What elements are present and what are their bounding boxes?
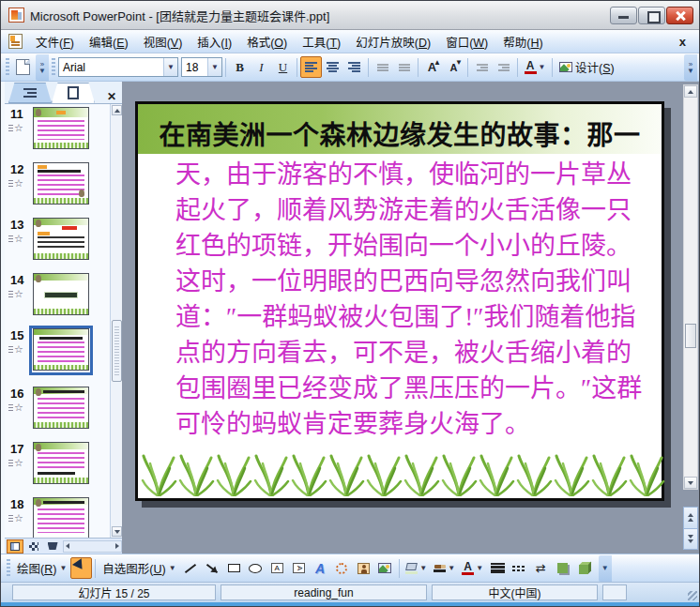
design-template-name[interactable]: reading_fun xyxy=(221,584,427,600)
scroll-left-icon[interactable] xyxy=(66,543,69,549)
scrollbar-thumb[interactable] xyxy=(112,320,122,382)
increase-font-size-button[interactable]: A▲ xyxy=(421,56,443,78)
chevron-down-icon[interactable]: ▼ xyxy=(207,58,221,76)
menu-window[interactable]: 窗口(W) xyxy=(438,30,495,53)
animation-star-icon[interactable]: ☆ xyxy=(8,233,23,245)
menu-edit[interactable]: 编辑(E) xyxy=(82,30,136,53)
design-button[interactable]: 设计(S) xyxy=(555,56,618,78)
shadow-style-button[interactable] xyxy=(552,557,573,579)
fill-color-button[interactable]: ▼ xyxy=(403,557,431,579)
scroll-right-icon[interactable] xyxy=(115,543,119,549)
slideshow-view-button[interactable] xyxy=(44,539,61,554)
horizontal-scrollbar[interactable] xyxy=(63,540,122,553)
draw-menu-button[interactable]: 绘图(R) ▼ xyxy=(13,557,70,579)
slide-13-thumbnail[interactable] xyxy=(33,218,89,260)
chevron-down-icon[interactable]: ▼ xyxy=(419,564,427,572)
font-size-select[interactable]: 18 ▼ xyxy=(181,57,222,77)
standard-toolbar-options-icon[interactable]: »▼ xyxy=(36,54,49,81)
oval-button[interactable] xyxy=(245,557,266,579)
decrease-indent-button[interactable] xyxy=(471,56,493,78)
dash-style-button[interactable] xyxy=(509,557,530,579)
align-center-button[interactable] xyxy=(322,56,343,78)
menu-view[interactable]: 视图(V) xyxy=(136,30,190,53)
toolbar-grip[interactable] xyxy=(6,58,9,77)
animation-star-icon[interactable]: ☆ xyxy=(8,457,23,469)
scroll-up-icon[interactable] xyxy=(684,85,697,98)
menu-insert[interactable]: 插入(I) xyxy=(190,30,239,53)
document-control-icon[interactable] xyxy=(8,34,23,49)
numbering-button[interactable] xyxy=(372,56,393,78)
toolbar-grip[interactable] xyxy=(52,58,55,77)
slide-sorter-view-button[interactable] xyxy=(25,539,42,554)
slide-title-text[interactable]: 在南美洲一个森林边缘发生的故事：那一 xyxy=(159,114,640,154)
slide-14-thumbnail[interactable] xyxy=(33,273,89,315)
font-name-select[interactable]: Arial ▼ xyxy=(58,57,178,77)
slide-scrollbar[interactable] xyxy=(683,84,698,550)
previous-slide-button[interactable] xyxy=(684,508,697,528)
bold-button[interactable]: B xyxy=(229,56,251,78)
animation-star-icon[interactable]: ☆ xyxy=(8,288,23,300)
chevron-down-icon[interactable]: ▼ xyxy=(163,58,177,76)
menu-tools[interactable]: 工具(T) xyxy=(295,30,348,53)
3d-style-button[interactable] xyxy=(573,557,595,579)
line-button[interactable] xyxy=(180,557,202,579)
wordart-button[interactable]: A xyxy=(310,557,331,579)
menu-slideshow[interactable]: 幻灯片放映(D) xyxy=(348,30,438,53)
text-box-button[interactable]: A xyxy=(266,557,288,579)
autoshapes-menu-button[interactable]: 自选图形(U) ▼ xyxy=(99,557,179,579)
thumbnail-scrollbar[interactable] xyxy=(110,104,122,538)
menu-file[interactable]: 文件(F) xyxy=(28,30,82,53)
align-left-button[interactable] xyxy=(300,56,322,78)
select-objects-button[interactable] xyxy=(70,557,92,579)
next-slide-button[interactable] xyxy=(684,528,697,550)
menu-help[interactable]: 帮助(H) xyxy=(495,30,550,53)
new-presentation-button[interactable] xyxy=(12,56,34,78)
slide-11-thumbnail[interactable] xyxy=(33,107,89,149)
close-button[interactable] xyxy=(666,7,693,24)
line-style-button[interactable] xyxy=(487,557,509,579)
close-panel-icon[interactable]: ✕ xyxy=(107,90,116,103)
animation-star-icon[interactable]: ☆ xyxy=(8,177,23,190)
animation-star-icon[interactable]: ☆ xyxy=(8,122,23,134)
scroll-up-icon[interactable] xyxy=(112,105,122,115)
rectangle-button[interactable] xyxy=(223,557,245,579)
arrow-style-button[interactable]: ⇄ xyxy=(530,557,552,579)
insert-diagram-button[interactable] xyxy=(331,557,353,579)
slide-body-textbox[interactable]: 天，由于游客的不慎，使临河的一片草丛 起火了，顺着风势游走着的火舌活像一只 红色… xyxy=(175,157,643,442)
vertical-text-box-button[interactable]: A xyxy=(288,557,310,579)
insert-clipart-button[interactable] xyxy=(353,557,374,579)
tab-slides[interactable] xyxy=(52,83,95,103)
scroll-down-icon[interactable] xyxy=(112,526,122,537)
slide-canvas[interactable]: 在南美洲一个森林边缘发生的故事：那一 天，由于游客的不慎，使临河的一片草丛 起火… xyxy=(135,101,664,501)
arrow-button[interactable] xyxy=(202,557,223,579)
animation-star-icon[interactable]: ☆ xyxy=(8,402,23,414)
minimize-button[interactable] xyxy=(610,7,637,24)
align-right-button[interactable] xyxy=(343,56,365,78)
animation-star-icon[interactable]: ☆ xyxy=(8,512,23,524)
scrollbar-track[interactable] xyxy=(683,84,698,490)
restore-button[interactable] xyxy=(638,7,665,24)
font-color-button-drawing[interactable]: A ▼ xyxy=(459,557,487,579)
toolbar-grip[interactable] xyxy=(7,559,10,578)
drawing-toolbar-options-icon[interactable]: ▼ xyxy=(599,555,612,582)
italic-button[interactable]: I xyxy=(251,56,272,78)
scrollbar-thumb[interactable] xyxy=(685,324,696,348)
font-color-button[interactable]: A ▼ xyxy=(521,56,549,78)
bullets-button[interactable] xyxy=(393,56,415,78)
formatting-toolbar-options-icon[interactable]: »▼ xyxy=(684,54,697,81)
decrease-font-size-button[interactable]: A▼ xyxy=(443,56,464,78)
increase-indent-button[interactable] xyxy=(493,56,514,78)
insert-picture-button[interactable] xyxy=(374,557,396,579)
normal-view-button[interactable] xyxy=(7,539,23,554)
slide-12-thumbnail[interactable] xyxy=(33,162,89,205)
language-indicator[interactable]: 中文(中国) xyxy=(432,584,598,600)
chevron-down-icon[interactable]: ▼ xyxy=(476,564,483,572)
tab-outline[interactable] xyxy=(8,83,52,103)
menu-format[interactable]: 格式(O) xyxy=(239,30,295,53)
slide-16-thumbnail[interactable] xyxy=(33,387,89,429)
underline-button[interactable]: U xyxy=(272,56,294,78)
line-color-button[interactable]: ▼ xyxy=(431,557,459,579)
chevron-down-icon[interactable]: ▼ xyxy=(448,564,455,572)
close-presentation-icon[interactable]: x xyxy=(670,35,695,49)
slide-17-thumbnail[interactable] xyxy=(33,442,89,484)
